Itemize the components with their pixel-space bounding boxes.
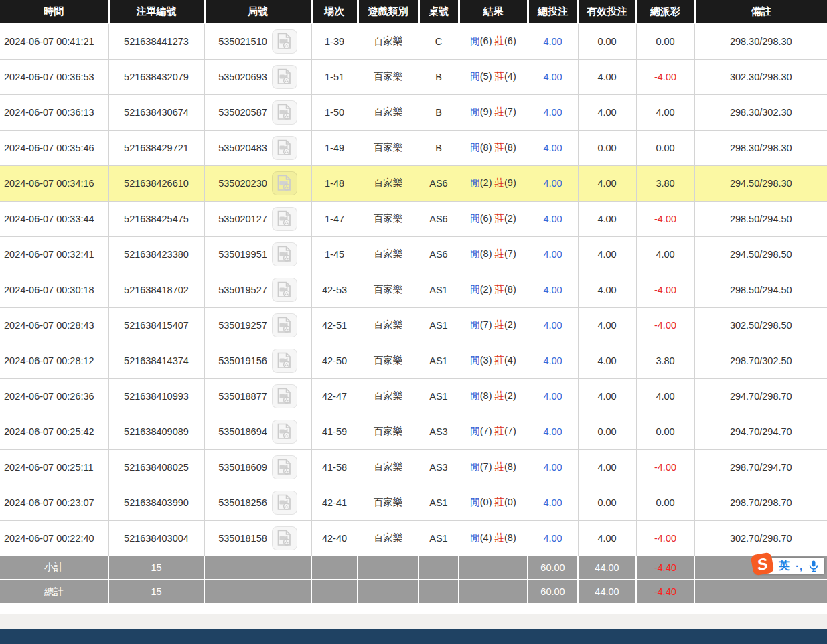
video-replay-button[interactable] <box>272 384 297 408</box>
cell-valid-bet: 0.00 <box>578 130 636 165</box>
banker-score: (8) <box>504 461 516 472</box>
cell-total-bet: 4.00 <box>528 94 578 130</box>
video-replay-icon <box>277 317 292 333</box>
cell-remark: 294.70/294.70 <box>694 414 827 449</box>
bet-row: 2024-06-07 00:32:41521638423380535019951… <box>0 236 827 272</box>
banker-score: (8) <box>504 284 516 295</box>
cell-valid-bet: 4.00 <box>578 94 636 130</box>
cell-game-type: 百家樂 <box>358 307 419 343</box>
video-replay-icon <box>277 33 292 50</box>
cell-round-no: 535019257 <box>204 307 311 343</box>
cell-order-no: 521638426610 <box>108 165 204 201</box>
cell-order-no: 521638403990 <box>108 485 204 520</box>
cell-game-type: 百家樂 <box>358 414 419 449</box>
footer-empty-table-no <box>419 556 459 580</box>
cell-remark: 298.30/298.30 <box>694 23 827 59</box>
video-replay-button[interactable] <box>272 455 297 479</box>
banker-score: (8) <box>504 142 516 153</box>
cell-table-no: AS1 <box>419 343 459 378</box>
subtotal-row: 小計1560.0044.00-4.40 <box>0 556 827 580</box>
total-bet-link[interactable]: 4.00 <box>543 320 562 331</box>
total-bet-link[interactable]: 4.00 <box>543 462 562 473</box>
total-bet-link[interactable]: 4.00 <box>543 355 562 366</box>
column-header-remark: 備註 <box>694 0 827 23</box>
cell-valid-bet: 0.00 <box>578 485 636 520</box>
video-replay-button[interactable] <box>272 65 297 89</box>
video-replay-button[interactable] <box>272 207 297 231</box>
video-replay-button[interactable] <box>272 491 297 515</box>
video-replay-icon <box>277 352 292 369</box>
video-replay-button[interactable] <box>272 100 297 125</box>
player-label: 閒 <box>470 532 480 543</box>
total-bet-link[interactable]: 4.00 <box>543 178 562 189</box>
cell-time: 2024-06-07 00:41:21 <box>0 23 108 59</box>
total-bet-link[interactable]: 4.00 <box>543 143 562 153</box>
cell-round-no: 535018609 <box>204 449 311 485</box>
video-replay-button[interactable] <box>272 136 297 160</box>
video-replay-button[interactable] <box>272 29 297 54</box>
round-no-wrap: 535018158 <box>205 526 311 550</box>
footer-total-bet: 60.00 <box>528 580 578 604</box>
video-replay-icon <box>277 104 292 120</box>
column-header-table_no: 桌號 <box>419 0 459 23</box>
player-score: (6) <box>480 213 492 224</box>
total-bet-link[interactable]: 4.00 <box>543 249 562 260</box>
cell-valid-bet: 4.00 <box>578 272 636 307</box>
round-no-wrap: 535020483 <box>205 136 311 160</box>
banker-score: (7) <box>504 106 516 117</box>
footer-empty-remark <box>694 580 827 604</box>
bet-row: 2024-06-07 00:22:40521638403004535018158… <box>0 520 827 556</box>
video-replay-button[interactable] <box>272 242 297 266</box>
cell-remark: 302.70/298.70 <box>694 520 827 556</box>
footer-empty-game-type <box>358 580 419 604</box>
ime-toolbar[interactable]: S 英 ·, <box>755 558 824 574</box>
banker-label: 莊 <box>495 177 505 188</box>
cell-valid-bet: 4.00 <box>578 343 636 378</box>
cell-order-no: 521638408025 <box>108 449 204 485</box>
video-replay-button[interactable] <box>272 171 297 195</box>
total-bet-link[interactable]: 4.00 <box>543 391 562 402</box>
cell-session: 1-49 <box>311 130 358 165</box>
video-replay-button[interactable] <box>272 313 297 337</box>
video-replay-button[interactable] <box>272 526 297 550</box>
microphone-icon[interactable] <box>809 560 818 572</box>
video-replay-icon <box>277 281 292 298</box>
round-no-text: 535020230 <box>218 178 267 189</box>
player-score: (8) <box>480 390 492 401</box>
cell-round-no: 535018256 <box>204 485 311 520</box>
total-bet-link[interactable]: 4.00 <box>543 214 562 224</box>
player-score: (6) <box>480 35 492 46</box>
video-replay-button[interactable] <box>272 420 297 444</box>
video-replay-button[interactable] <box>272 349 297 373</box>
total-bet-link[interactable]: 4.00 <box>543 107 562 118</box>
ime-language-toggle[interactable]: 英 <box>779 559 790 573</box>
total-bet-link[interactable]: 4.00 <box>543 285 562 295</box>
total-bet-link[interactable]: 4.00 <box>543 36 562 47</box>
footer-empty-session <box>311 580 358 604</box>
total-bet-link[interactable]: 4.00 <box>543 497 562 508</box>
total-bet-link[interactable]: 4.00 <box>543 426 562 437</box>
cell-time: 2024-06-07 00:32:41 <box>0 236 108 272</box>
player-score: (0) <box>480 497 492 507</box>
sogou-logo-icon[interactable]: S <box>751 552 775 576</box>
player-score: (2) <box>480 177 492 188</box>
banker-label: 莊 <box>495 284 505 295</box>
round-no-wrap: 535020230 <box>205 171 311 195</box>
total-bet-link[interactable]: 4.00 <box>543 72 562 82</box>
cell-round-no: 535020587 <box>204 94 311 130</box>
cell-result: 閒(8) 莊(2) <box>459 378 528 414</box>
round-no-wrap: 535020127 <box>205 207 311 231</box>
video-replay-button[interactable] <box>272 278 297 302</box>
cell-order-no: 521638414374 <box>108 343 204 378</box>
cell-total-payout: -4.00 <box>636 272 694 307</box>
cell-order-no: 521638409089 <box>108 414 204 449</box>
ime-punctuation-toggle[interactable]: ·, <box>796 560 803 572</box>
cell-valid-bet: 4.00 <box>578 165 636 201</box>
cell-total-payout: 3.80 <box>636 165 694 201</box>
cell-result: 閒(7) 莊(2) <box>459 307 528 343</box>
footer-label: 小計 <box>0 556 108 580</box>
cell-order-no: 521638429721 <box>108 130 204 165</box>
total-bet-link[interactable]: 4.00 <box>543 533 562 544</box>
banker-score: (8) <box>504 532 516 543</box>
banker-label: 莊 <box>495 390 505 401</box>
